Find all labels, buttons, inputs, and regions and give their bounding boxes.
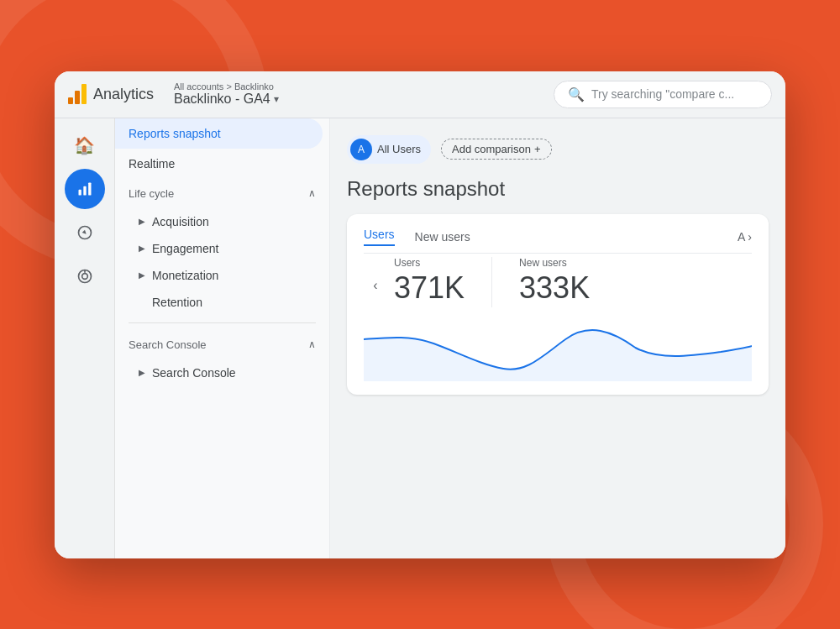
svg-rect-0 [78,189,81,195]
analytics-title: Analytics [93,86,154,103]
search-icon: 🔍 [568,86,585,102]
all-users-label: All Users [377,143,421,155]
logo-area: Analytics [68,84,154,104]
svg-rect-1 [83,186,86,195]
search-bar[interactable]: 🔍 Try searching "compare c... [554,81,772,108]
chart-area [364,314,752,381]
users-tab[interactable]: Users [364,228,395,246]
user-avatar: A [350,139,372,160]
new-users-metric-value: 333K [519,270,590,306]
browser-window: Analytics All accounts > Backlinko Backl… [55,71,785,558]
metrics-row: ‹ Users 371K New users 333K [364,257,752,314]
new-users-metric: New users 333K [519,257,590,306]
property-dropdown-arrow[interactable]: ▾ [274,93,279,105]
metrics-prev-button[interactable]: ‹ [364,274,387,297]
nav-item-engagement[interactable]: ▶ Engagement [115,235,329,262]
new-users-tab[interactable]: New users [415,230,470,244]
search-console-section-chevron-icon: ∧ [308,338,316,350]
sidebar-advertising-icon[interactable] [65,256,105,296]
metric-divider [491,257,492,307]
top-bar: Analytics All accounts > Backlinko Backl… [55,71,785,118]
page-title: Reports snapshot [347,177,769,201]
breadcrumb-path: All accounts > Backlinko [174,81,554,92]
nav-item-acquisition[interactable]: ▶ Acquisition [115,208,329,235]
user-badge[interactable]: A All Users [347,135,431,164]
icon-sidebar: 🏠 [55,118,115,558]
new-users-metric-label: New users [519,257,590,269]
lifecycle-chevron-icon: ∧ [308,187,316,199]
more-tab[interactable]: A › [738,230,752,244]
add-comparison-button[interactable]: Add comparison + [441,139,552,160]
content-header: A All Users Add comparison + [347,135,769,164]
current-property-label: Backlinko - GA4 [174,92,270,107]
nav-item-retention[interactable]: Retention [115,289,329,316]
sidebar-home-icon[interactable]: 🏠 [65,125,105,165]
search-console-chevron-icon: ▶ [139,368,145,377]
nav-item-realtime[interactable]: Realtime [115,149,323,179]
svg-rect-2 [88,182,91,195]
nav-item-reports-snapshot[interactable]: Reports snapshot [115,118,323,149]
nav-section-lifecycle[interactable]: Life cycle ∧ [115,179,329,208]
breadcrumb-current[interactable]: Backlinko - GA4 ▾ [174,92,554,107]
metrics-card: Users New users A › ‹ Users 371K [347,214,769,395]
sidebar-reports-icon[interactable] [65,169,105,209]
main-layout: 🏠 [55,118,785,558]
nav-sidebar: Reports snapshot Realtime Life cycle ∧ ▶… [115,118,330,558]
nav-item-search-console[interactable]: ▶ Search Console [115,359,329,386]
search-placeholder-text: Try searching "compare c... [591,87,734,101]
add-comparison-label: Add comparison [452,143,531,155]
add-comparison-plus-icon: + [534,143,541,155]
users-metric-value: 371K [394,270,465,306]
monetization-chevron-icon: ▶ [139,270,145,280]
nav-section-search-console[interactable]: Search Console ∧ [115,330,329,359]
breadcrumb-area: All accounts > Backlinko Backlinko - GA4… [174,81,554,107]
metrics-values: Users 371K New users 333K [394,257,590,307]
svg-point-5 [81,273,87,279]
content-area: A All Users Add comparison + Reports sna… [330,118,785,558]
users-metric: Users 371K [394,257,465,306]
engagement-chevron-icon: ▶ [139,244,145,253]
sidebar-explore-icon[interactable] [65,212,105,253]
acquisition-chevron-icon: ▶ [139,217,145,226]
analytics-logo [68,84,87,104]
users-metric-label: Users [394,257,465,269]
nav-item-monetization[interactable]: ▶ Monetization [115,262,329,289]
